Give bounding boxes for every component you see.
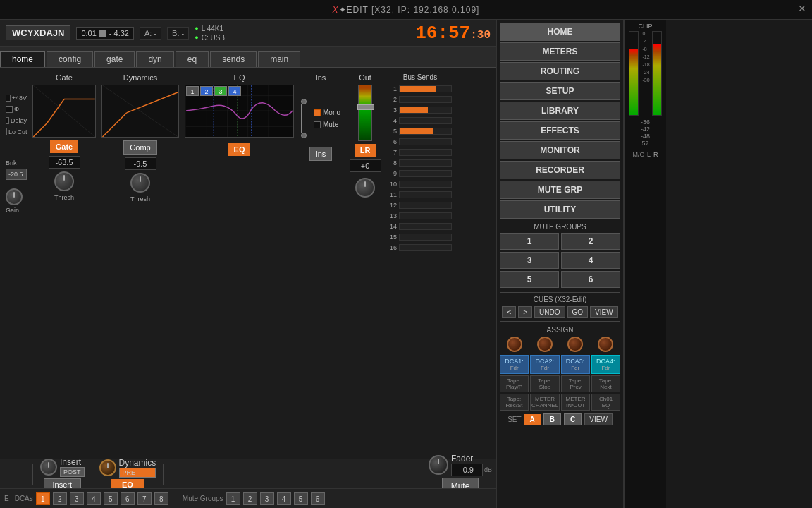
- nav-meters-btn[interactable]: METERS: [500, 42, 620, 61]
- dca-8-btn[interactable]: 8: [154, 492, 168, 505]
- bus-row-11: 11: [388, 190, 452, 200]
- meter-col-l: [629, 31, 639, 116]
- tape-btn-1[interactable]: Tape:Play/P: [500, 375, 529, 392]
- nav-routing-btn[interactable]: ROUTING: [500, 62, 620, 80]
- dca-assign-2[interactable]: DCA2:Fdr: [530, 355, 559, 374]
- assign-knob-4[interactable]: [598, 337, 613, 352]
- close-icon[interactable]: ✕: [798, 3, 806, 14]
- stop-icon[interactable]: [99, 30, 106, 37]
- tab-config[interactable]: config: [47, 51, 93, 67]
- assign-knob-3[interactable]: [567, 337, 583, 352]
- set-c-btn[interactable]: C: [564, 413, 582, 425]
- tape-btn-6[interactable]: METERCHANNEL: [530, 394, 560, 411]
- nav-monitor-btn[interactable]: MONITOR: [500, 141, 620, 159]
- tab-dyn[interactable]: dyn: [136, 51, 173, 67]
- lr-btn[interactable]: LR: [355, 144, 376, 157]
- output-fader[interactable]: [358, 85, 372, 141]
- out-knob[interactable]: [355, 178, 375, 198]
- mute-grp-4-btn[interactable]: 4: [277, 492, 291, 505]
- set-row: SET A B C VIEW: [500, 413, 620, 425]
- eq-btn-1[interactable]: 1: [186, 86, 199, 96]
- tab-home[interactable]: home: [0, 51, 45, 67]
- tape-btn-8[interactable]: Ch01EQ: [591, 394, 620, 411]
- tab-main[interactable]: main: [258, 51, 300, 67]
- mute-grp-1-btn[interactable]: 1: [226, 492, 240, 505]
- eq-btn-2[interactable]: 2: [200, 86, 213, 96]
- fader-knob[interactable]: [429, 455, 448, 475]
- eq-btn-main[interactable]: EQ: [228, 143, 251, 156]
- mg-4-btn[interactable]: 4: [561, 252, 620, 269]
- mute-grp-5-btn[interactable]: 5: [294, 492, 308, 505]
- dca-6-btn[interactable]: 6: [121, 492, 135, 505]
- mg-5-btn[interactable]: 5: [500, 271, 559, 288]
- assign-knob-1[interactable]: [507, 337, 522, 352]
- eq-btn-3[interactable]: 3: [214, 86, 227, 96]
- tab-sends[interactable]: sends: [210, 51, 257, 67]
- bus-row-1: 1: [388, 84, 452, 94]
- mg-1-btn[interactable]: 1: [500, 233, 559, 250]
- gate-btn[interactable]: Gate: [50, 140, 78, 153]
- dca-4-btn[interactable]: 4: [87, 492, 101, 505]
- nav-mute-grp-btn[interactable]: MUTE GRP: [500, 181, 620, 199]
- dca-7-btn[interactable]: 7: [137, 492, 152, 505]
- clock-display: 16:57:30: [415, 23, 491, 44]
- nav-effects-btn[interactable]: EFFECTS: [500, 121, 620, 140]
- tape-btn-2[interactable]: Tape:Stop: [530, 375, 560, 392]
- mute-grp-2-btn[interactable]: 2: [243, 492, 257, 505]
- tape-btn-3[interactable]: Tape:Prev: [561, 375, 590, 392]
- tab-gate[interactable]: gate: [94, 51, 135, 67]
- gain-knob[interactable]: [6, 188, 23, 205]
- dca-1-btn[interactable]: 1: [36, 492, 50, 505]
- ins-btn[interactable]: Ins: [309, 147, 333, 161]
- gate-graph: [32, 85, 96, 138]
- nav-utility-btn[interactable]: UTILITY: [500, 200, 620, 219]
- insert-post-label: POST: [60, 467, 85, 477]
- eq-btn-4[interactable]: 4: [228, 86, 241, 96]
- svg-line-1: [47, 99, 64, 123]
- nav-library-btn[interactable]: LIBRARY: [500, 102, 620, 120]
- svg-line-5: [127, 92, 178, 113]
- dyn-thresh-knob[interactable]: [130, 173, 150, 193]
- set-view-btn[interactable]: VIEW: [584, 413, 613, 425]
- set-label: SET: [508, 416, 521, 423]
- comp-btn[interactable]: Comp: [123, 140, 156, 155]
- cue-undo-btn[interactable]: UNDO: [534, 306, 565, 318]
- set-b-btn[interactable]: B: [543, 413, 561, 425]
- meter-fill-l: [629, 49, 638, 115]
- channel-name-btn[interactable]: WCYXDAJN: [6, 25, 70, 40]
- dca-assign-1[interactable]: DCA1:Fdr: [500, 355, 529, 374]
- dca-3-btn[interactable]: 3: [70, 492, 84, 505]
- dynamics-knob[interactable]: [99, 459, 116, 476]
- dca-5-btn[interactable]: 5: [104, 492, 118, 505]
- mute-grp-3-btn[interactable]: 3: [260, 492, 274, 505]
- dca-assign-4[interactable]: DCA4:Fdr: [591, 355, 620, 374]
- mg-3-btn[interactable]: 3: [500, 252, 559, 269]
- mg-6-btn[interactable]: 6: [561, 271, 620, 288]
- dcas-text: DCAs: [15, 495, 33, 502]
- dca-assign-3[interactable]: DCA3:Fdr: [561, 355, 590, 374]
- nav-home-btn[interactable]: HOME: [500, 23, 620, 41]
- ins-title: Ins: [316, 73, 326, 82]
- set-a-btn[interactable]: A: [524, 414, 541, 425]
- cue-next-btn[interactable]: >: [518, 306, 532, 318]
- tab-eq[interactable]: eq: [176, 51, 209, 67]
- nav-setup-btn[interactable]: SETUP: [500, 82, 620, 100]
- bus-row-8: 8: [388, 158, 452, 168]
- mg-2-btn[interactable]: 2: [561, 233, 620, 250]
- assign-knobs: [500, 337, 620, 352]
- nav-recorder-btn[interactable]: RECORDER: [500, 161, 620, 179]
- tape-btn-7[interactable]: METERIN/OUT: [561, 394, 590, 411]
- dca-2-btn[interactable]: 2: [53, 492, 67, 505]
- gate-thresh-knob[interactable]: [54, 171, 74, 191]
- tape-btn-5[interactable]: Tape:Rec/St: [500, 394, 529, 411]
- cue-prev-btn[interactable]: <: [502, 306, 516, 318]
- r-label: R: [653, 151, 658, 158]
- cue-go-btn[interactable]: GO: [567, 306, 589, 318]
- assign-knob-2[interactable]: [537, 337, 553, 352]
- clip-section: CLIP 0 -4 -8 -12 -18 -24 -30 -36-42-4857…: [624, 20, 666, 508]
- cue-view-btn[interactable]: VIEW: [590, 306, 618, 318]
- mute-grp-6-btn[interactable]: 6: [311, 492, 325, 505]
- fader-handle[interactable]: [357, 104, 374, 110]
- insert-knob[interactable]: [40, 459, 57, 476]
- tape-btn-4[interactable]: Tape:Next: [591, 375, 620, 392]
